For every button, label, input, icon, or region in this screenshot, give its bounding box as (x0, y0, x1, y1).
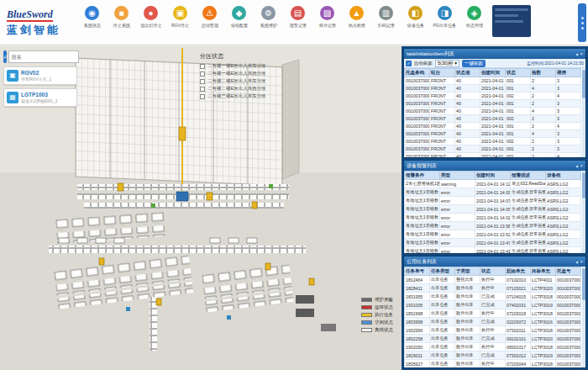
table-row[interactable]: 1829011出库任务散件出库已完成07301012LCTP3019001003… (405, 352, 581, 360)
column-header[interactable]: 类型 (440, 172, 475, 180)
device-card[interactable]: ▣RGV02环形RGV小车_1 (3, 66, 77, 85)
table-row[interactable]: 有地址无1货格数error2021-04-01 14:05:18生成任务异常告警… (405, 205, 581, 214)
zone-checkbox[interactable] (200, 71, 205, 77)
close-icon[interactable]: × (580, 51, 583, 56)
zone-checkbox[interactable] (200, 64, 205, 69)
zone-checkbox-row[interactable]: 二号楼二楼E区出入库东分区 (200, 78, 266, 84)
toolbar-item[interactable]: ▣RGV停止 (165, 6, 195, 29)
scrollbar-thumb[interactable] (582, 268, 585, 300)
zone-checkbox[interactable] (200, 94, 205, 99)
search-input[interactable] (8, 50, 79, 63)
scrollbar[interactable] (582, 68, 585, 157)
column-header[interactable]: 创建时间 (480, 69, 506, 77)
table-row[interactable]: 有地址无1货格数error2021-04-01 13:52:11生成任务异常告警… (405, 230, 581, 239)
table-row[interactable]: 有地址无1货格数error2021-04-01 13:58:26生成任务异常告警… (405, 222, 581, 230)
column-header[interactable]: 起始单元 (506, 267, 531, 276)
column-header[interactable]: 托盘条码 (405, 69, 430, 77)
column-header[interactable]: 任务单号 (405, 267, 430, 276)
table-cell: FRONT (430, 130, 455, 138)
zone-checkbox-row[interactable]: 二号楼二楼E区出入库西分区 (200, 86, 266, 92)
table-row[interactable]: 0010037000960909717FRONT402021-04-01 13:… (405, 138, 581, 145)
table-cell: 2 (531, 77, 556, 85)
table-row[interactable]: 1831968出库任务散件出库执行中07203018LCTP3018001003… (405, 309, 581, 318)
column-header[interactable]: 格数 (531, 69, 556, 77)
column-header[interactable]: 报警条件 (405, 172, 440, 180)
toolbar-item[interactable]: ▲热点检查 (342, 6, 371, 29)
column-header[interactable]: 报警描述 (511, 172, 546, 180)
zone-checkbox[interactable] (200, 87, 205, 92)
column-header[interactable]: 状态 (480, 267, 506, 276)
scrollbar-thumb[interactable] (582, 70, 585, 98)
column-header[interactable]: 创建时间 (475, 172, 511, 180)
table-row[interactable]: 0010037000915357129FRONT402021-04-01 13:… (405, 153, 581, 158)
column-header[interactable]: 目标单元 (531, 267, 556, 276)
zone-checkbox-row[interactable]: 二号楼三楼E区出入库东分区 (200, 93, 266, 99)
table-row[interactable]: 0010037000961029457FRONT402021-04-01 13:… (405, 100, 581, 108)
table-row[interactable]: 有地址无1货格数error2021-04-01 14:07:31生成任务异常告警… (405, 197, 581, 205)
scrollbar-thumb[interactable] (582, 172, 585, 198)
toolbar-item[interactable]: ⚙系统维护 (254, 6, 283, 29)
auto-refresh-checkbox[interactable]: ✓ (406, 61, 412, 66)
notification-mini-panel[interactable] (492, 5, 531, 37)
table-row[interactable]: 1932956出库任务散件出库执行中07302011LCTP3018001003… (405, 326, 581, 335)
toolbar-item[interactable]: ▨操作记录 (312, 6, 342, 29)
table-row[interactable]: 有地址无1货格数error2021-04-01 14:09:41生成任务异常告警… (405, 188, 581, 197)
table-row[interactable]: 1835927出库任务散件出库执行中07203044LCTP3018001003… (405, 360, 581, 368)
toolbar-item[interactable]: ◉系统状态 (77, 6, 107, 29)
table-row[interactable]: 1833958出库任务散件出库已完成02203072LCTP3016001003… (405, 318, 581, 326)
collapse-icon[interactable]: ▾ (575, 163, 578, 169)
table-row[interactable]: 2米七层堆垛机1跑位检测warning2021-04-01 14:12:52单元… (405, 180, 581, 188)
toolbar-item[interactable]: ◧设备任务 (401, 6, 430, 29)
table-row[interactable]: 0010037000969357129FRONT402021-04-01 13:… (405, 123, 581, 130)
table-row[interactable]: 1828411出库任务散件出库执行中07103021LCTP3020001003… (405, 284, 581, 293)
scrollbar[interactable] (582, 171, 585, 253)
column-header[interactable]: 站台 (430, 69, 455, 77)
table-row[interactable]: 1812464出库任务整托出库执行中07102010LCTP4011001003… (405, 276, 581, 284)
section-title: taskInitiationItem列表 (407, 50, 574, 58)
search-icon[interactable]: ⌕ (3, 50, 7, 63)
collapse-icon[interactable]: ▾ (575, 51, 578, 57)
toolbar-item[interactable]: ●指示灯停止 (136, 6, 165, 29)
table-row[interactable]: 0010037000969658744FRONT402021-04-01 13:… (405, 85, 581, 92)
toolbar-item[interactable]: ◈组态管理 (459, 6, 489, 29)
table-row[interactable]: 1831955出库任务散件出库已完成07104015LCTP3018001003… (405, 293, 581, 301)
column-header[interactable]: 子类型 (455, 267, 480, 276)
toolbar-item[interactable]: ⚠启动警报 (195, 6, 224, 29)
table-row[interactable]: 0010037000969358770FRONT402021-04-01 13:… (405, 108, 581, 115)
table-row[interactable]: 有地址无1货格数error2021-04-01 13:41:09生成任务异常告警… (405, 247, 581, 254)
stop-system-icon: ■ (114, 6, 129, 20)
table-row[interactable]: 0010037000969363129FRONT402021-04-01 13:… (405, 130, 581, 138)
device-card[interactable]: ▦LGTP1003输送出2货格EM1_2 (3, 88, 77, 107)
table-cell: 40 (455, 100, 480, 108)
table-row[interactable]: 1832258出库任务散件出库已完成09102101LCTP3020001003… (405, 335, 581, 343)
column-header[interactable]: 任务类型 (430, 267, 455, 276)
zone-checkbox-row[interactable]: 二号楼一楼E区出入库西分区 (200, 71, 266, 77)
zone-checkbox[interactable] (200, 79, 205, 84)
table-row[interactable]: 1931005出库任务散件出库已完成07402031LCTP3019001003… (405, 301, 581, 309)
collapse-icon[interactable]: ▾ (575, 259, 578, 265)
table-row[interactable]: 有地址无1货格数error2021-04-01 13:47:35生成任务异常告警… (405, 239, 581, 247)
scrollbar[interactable] (582, 267, 585, 367)
toolbar-item[interactable]: ▥扫码记录 (371, 6, 401, 29)
zone-checkbox-row[interactable]: 二号楼一楼E区出入库东分区 (200, 63, 266, 69)
column-header[interactable]: 状态值 (455, 69, 480, 77)
close-icon[interactable]: × (580, 163, 583, 168)
collapsed-panel-tab[interactable] (578, 3, 586, 42)
column-header[interactable]: 楼层 (556, 69, 581, 77)
table-row[interactable]: 0010037000969356770FRONT402021-04-01 13:… (405, 115, 581, 123)
close-icon[interactable]: × (580, 259, 583, 264)
toolbar-item[interactable]: ◆按钮配置 (224, 6, 254, 29)
table-row[interactable]: 1932050出库任务散件出库执行中08301017LCTP3018001003… (405, 343, 581, 352)
toolbar-item[interactable]: ■停止系统 (107, 6, 136, 29)
table-row[interactable]: 0010037000969582762FRONT402021-04-01 13:… (405, 92, 581, 100)
refresh-button[interactable]: 一键刷新 (462, 60, 486, 67)
toolbar-item[interactable]: ◨PG出库任务 (430, 6, 459, 29)
toolbar-item[interactable]: ▤报警记录 (283, 6, 312, 29)
column-header[interactable]: 托盘号 (556, 267, 581, 276)
column-header[interactable]: 设备组 (546, 172, 581, 180)
frequency-select[interactable]: 5(30)秒 ▾ (435, 60, 459, 67)
table-row[interactable]: 有地址无1货格数error2021-04-01 14:02:47生成任务异常告警… (405, 214, 581, 222)
table-row[interactable]: 0010037000960968934FRONT402021-04-01 13:… (405, 77, 581, 85)
column-header[interactable]: 状态 (506, 69, 531, 77)
table-row[interactable]: 0010037000918356132FRONT402021-04-01 13:… (405, 145, 581, 153)
